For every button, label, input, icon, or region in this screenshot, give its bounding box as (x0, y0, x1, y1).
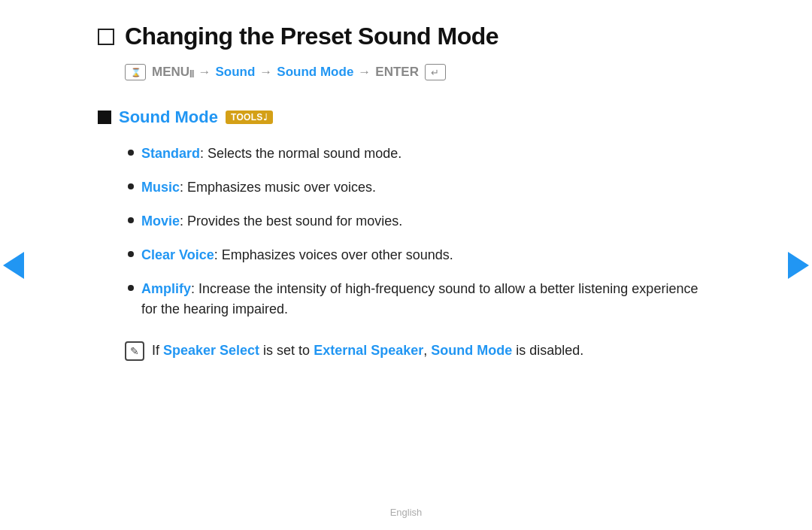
menu-icon: ⌛ (125, 64, 146, 80)
breadcrumb-sound: Sound (215, 65, 255, 80)
note-mid: is set to (259, 343, 314, 358)
section-square-icon (98, 111, 111, 124)
bullet-list: Standard: Selects the normal sound mode.… (128, 144, 714, 320)
breadcrumb-arrow-1: → (198, 65, 211, 80)
list-item: Standard: Selects the normal sound mode. (128, 144, 714, 164)
arrow-right-icon (788, 252, 809, 279)
breadcrumb-sound-mode: Sound Mode (277, 65, 353, 80)
term-clear-voice: Clear Voice (141, 247, 214, 262)
breadcrumb-menu: MENU||| (152, 65, 193, 80)
title-row: Changing the Preset Sound Mode (98, 23, 714, 50)
list-item: Music: Emphasizes music over voices. (128, 177, 714, 198)
main-content: Changing the Preset Sound Mode ⌛ MENU|||… (38, 0, 774, 383)
list-item-text: Movie: Provides the best sound for movie… (141, 211, 402, 232)
section-header: Sound Mode TOOLS♩ (98, 108, 714, 127)
nav-previous-button[interactable] (0, 247, 27, 284)
page-title: Changing the Preset Sound Mode (125, 23, 498, 50)
term-amplify: Amplify (141, 281, 191, 296)
note-text: If Speaker Select is set to External Spe… (152, 341, 583, 361)
list-item: Amplify: Increase the intensity of high-… (128, 279, 714, 320)
desc-music: : Emphasizes music over voices. (180, 180, 376, 195)
note-line: ✎ If Speaker Select is set to External S… (125, 341, 714, 361)
list-item: Movie: Provides the best sound for movie… (128, 211, 714, 232)
term-standard: Standard (141, 146, 200, 161)
desc-standard: : Selects the normal sound mode. (200, 146, 401, 161)
list-item-text: Standard: Selects the normal sound mode. (141, 144, 401, 164)
arrow-left-icon (3, 252, 24, 279)
tools-badge: TOOLS♩ (226, 111, 273, 124)
note-prefix: If (152, 343, 163, 358)
section-title: Sound Mode (119, 108, 218, 127)
breadcrumb: ⌛ MENU||| → Sound → Sound Mode → ENTER ↵ (125, 64, 714, 80)
footer-language: English (390, 507, 423, 518)
note-icon: ✎ (125, 341, 144, 361)
title-checkbox-icon (98, 29, 114, 45)
desc-amplify: : Increase the intensity of high-frequen… (141, 281, 698, 316)
note-comma: , (423, 343, 427, 358)
note-speaker-select: Speaker Select (163, 343, 259, 358)
note-external-speaker: External Speaker (314, 343, 423, 358)
bullet-dot-icon (128, 217, 134, 223)
enter-icon: ↵ (425, 64, 446, 80)
list-item-text: Music: Emphasizes music over voices. (141, 177, 376, 198)
breadcrumb-arrow-2: → (259, 65, 272, 80)
nav-next-button[interactable] (785, 247, 812, 284)
breadcrumb-arrow-3: → (358, 65, 371, 80)
list-item-text: Amplify: Increase the intensity of high-… (141, 279, 714, 320)
desc-clear-voice: : Emphasizes voices over other sounds. (214, 247, 453, 262)
list-item: Clear Voice: Emphasizes voices over othe… (128, 245, 714, 265)
footer: English (390, 507, 423, 518)
note-suffix: is disabled. (512, 343, 583, 358)
term-music: Music (141, 180, 180, 195)
desc-movie: : Provides the best sound for movies. (180, 214, 402, 229)
bullet-dot-icon (128, 285, 134, 291)
bullet-dot-icon (128, 251, 134, 257)
term-movie: Movie (141, 214, 180, 229)
breadcrumb-enter: ENTER (375, 65, 419, 80)
list-item-text: Clear Voice: Emphasizes voices over othe… (141, 245, 453, 265)
bullet-dot-icon (128, 150, 134, 156)
bullet-dot-icon (128, 183, 134, 189)
note-sound-mode: Sound Mode (431, 343, 512, 358)
